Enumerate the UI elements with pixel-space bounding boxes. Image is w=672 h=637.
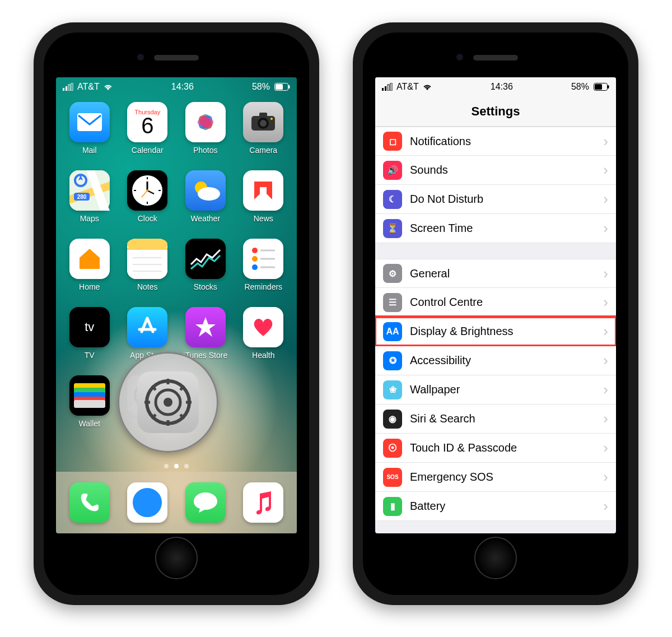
- chevron-right-icon: ›: [603, 294, 608, 311]
- calendar-daynum: 6: [141, 115, 153, 136]
- row-label: Notifications: [410, 135, 595, 148]
- svg-rect-5: [276, 84, 283, 90]
- battery-icon: [274, 83, 290, 91]
- speaker-slit: [154, 55, 199, 61]
- tv-icon: tv: [69, 307, 110, 347]
- chevron-right-icon: ›: [603, 323, 608, 340]
- mail-icon: [69, 102, 110, 142]
- svg-point-33: [146, 189, 148, 192]
- calendar-icon: Thursday6: [127, 102, 167, 142]
- row-icon: AA: [383, 322, 402, 341]
- appstore-icon: [127, 307, 167, 347]
- itunes-icon: [185, 307, 226, 347]
- app-label: Wallet: [79, 419, 100, 428]
- app-home[interactable]: Home: [63, 239, 116, 305]
- row-icon: ⦿: [383, 439, 402, 458]
- app-news[interactable]: News: [237, 170, 291, 236]
- app-reminders[interactable]: Reminders: [237, 239, 291, 305]
- svg-rect-83: [608, 85, 609, 89]
- dock-app-messages[interactable]: [176, 482, 235, 523]
- row-label: Control Centre: [410, 296, 595, 309]
- chevron-right-icon: ›: [603, 468, 608, 486]
- app-clock[interactable]: Clock: [121, 170, 175, 236]
- settings-icon-large[interactable]: [137, 371, 199, 433]
- row-icon: ☾: [383, 190, 402, 209]
- app-calendar[interactable]: Thursday6Calendar: [121, 102, 175, 168]
- settings-row-control-centre[interactable]: ☰Control Centre›: [375, 288, 616, 317]
- svg-point-19: [260, 120, 267, 127]
- camera-icon: [243, 102, 283, 142]
- dock: [56, 472, 297, 533]
- app-photos[interactable]: Photos: [179, 102, 232, 168]
- settings-row-sounds[interactable]: 🔊Sounds›: [375, 156, 616, 185]
- wifi-icon: [103, 83, 113, 91]
- row-icon: 🔊: [383, 161, 402, 180]
- row-icon: ◉: [383, 410, 402, 429]
- app-label: Notes: [137, 282, 158, 291]
- svg-rect-7: [77, 113, 102, 131]
- app-mail[interactable]: Mail: [63, 102, 116, 168]
- row-label: Siri & Search: [410, 412, 595, 425]
- row-label: Do Not Disturb: [410, 193, 595, 206]
- app-label: Home: [79, 282, 100, 291]
- settings-row-battery[interactable]: ▮Battery›: [375, 492, 616, 521]
- svg-rect-82: [595, 84, 602, 90]
- settings-row-screen-time[interactable]: ⏳Screen Time›: [375, 214, 616, 243]
- dock-app-safari[interactable]: [119, 482, 177, 523]
- home-button[interactable]: [155, 537, 198, 579]
- home-button[interactable]: [474, 537, 517, 579]
- row-label: Sounds: [410, 164, 595, 176]
- svg-rect-2: [68, 85, 70, 91]
- svg-rect-77: [382, 88, 384, 91]
- svg-rect-36: [260, 182, 267, 187]
- settings-row-general[interactable]: ⚙General›: [375, 259, 616, 288]
- safari-icon: [127, 482, 167, 523]
- svg-rect-3: [71, 83, 73, 91]
- speaker-slit: [473, 55, 518, 61]
- settings-list[interactable]: ◻Notifications›🔊Sounds›☾Do Not Disturb›⏳…: [375, 127, 616, 533]
- app-label: Weather: [190, 214, 220, 223]
- app-maps[interactable]: 280Maps: [63, 170, 116, 236]
- settings-row-emergency-sos[interactable]: SOSEmergency SOS›: [375, 463, 616, 492]
- app-health[interactable]: Health: [237, 307, 291, 373]
- settings-title: Settings: [472, 104, 520, 119]
- dock-app-music[interactable]: [235, 482, 293, 523]
- settings-row-accessibility[interactable]: ✪Accessibility›: [375, 346, 616, 375]
- app-notes[interactable]: Notes: [121, 239, 175, 305]
- chevron-right-icon: ›: [603, 265, 608, 282]
- settings-row-touch-id-passcode[interactable]: ⦿Touch ID & Passcode›: [375, 434, 616, 463]
- music-icon: [243, 482, 283, 523]
- page-indicator: [56, 464, 297, 468]
- clock-icon: [127, 170, 167, 211]
- app-weather[interactable]: Weather: [179, 170, 232, 236]
- app-label: Photos: [193, 146, 218, 155]
- settings-row-do-not-disturb[interactable]: ☾Do Not Disturb›: [375, 185, 616, 214]
- app-tv[interactable]: tvTV: [63, 307, 116, 373]
- row-label: Display & Brightness: [410, 325, 595, 338]
- app-stocks[interactable]: Stocks: [179, 239, 232, 305]
- carrier-label: AT&T: [77, 82, 100, 92]
- svg-text:280: 280: [77, 194, 86, 200]
- phone-right-inner: AT&T 14:36 58% Settings ◻Notifications›🔊…: [363, 32, 628, 595]
- battery-pct-label: 58%: [252, 82, 270, 92]
- row-label: Screen Time: [410, 222, 595, 235]
- app-label: Reminders: [244, 282, 282, 291]
- settings-row-notifications[interactable]: ◻Notifications›: [375, 127, 616, 156]
- settings-row-siri-search[interactable]: ◉Siri & Search›: [375, 404, 616, 434]
- app-camera[interactable]: Camera: [237, 102, 291, 168]
- settings-row-wallpaper[interactable]: ❀Wallpaper›: [375, 375, 616, 404]
- phone-right: AT&T 14:36 58% Settings ◻Notifications›🔊…: [353, 22, 638, 605]
- app-wallet[interactable]: Wallet: [63, 375, 116, 441]
- stocks-icon: [185, 239, 226, 279]
- messages-icon: [185, 482, 226, 523]
- settings-row-display-brightness[interactable]: AADisplay & Brightness›: [375, 317, 616, 346]
- weather-icon: [185, 170, 226, 211]
- row-label: Accessibility: [410, 354, 595, 367]
- wifi-icon: [422, 83, 432, 91]
- svg-rect-6: [288, 85, 290, 89]
- dock-app-phone[interactable]: [60, 482, 119, 523]
- chevron-right-icon: ›: [603, 439, 608, 457]
- status-bar: AT&T 14:36 58%: [375, 77, 616, 96]
- signal-icon: [63, 83, 74, 91]
- chevron-right-icon: ›: [603, 190, 608, 208]
